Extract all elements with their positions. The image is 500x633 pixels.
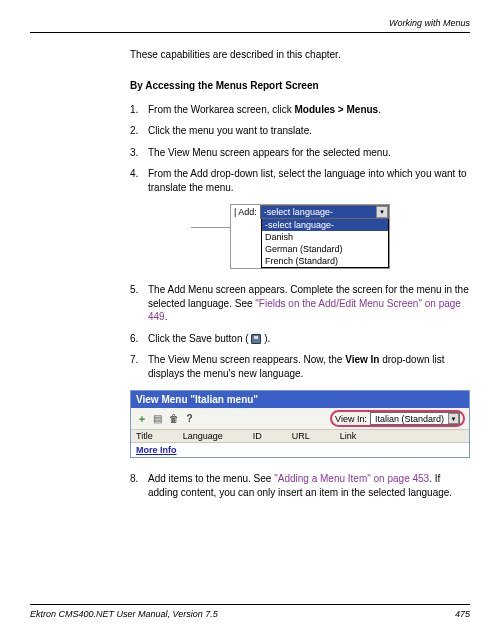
column-header: Link xyxy=(340,431,357,441)
table-row: More Info xyxy=(131,443,469,457)
section-heading: By Accessing the Menus Report Screen xyxy=(130,80,470,91)
window-titlebar: View Menu "Italian menu" xyxy=(131,391,469,408)
view-in-value: Italian (Standard) xyxy=(371,414,448,424)
step-number: 7. xyxy=(130,353,148,380)
step-number: 8. xyxy=(130,472,148,499)
figure-add-language-dropdown: | Add: -select language- ▼ -select langu… xyxy=(230,204,390,269)
help-icon[interactable]: ? xyxy=(183,412,196,425)
step-body: The View Menu screen reappears. Now, the… xyxy=(148,353,470,380)
view-in-label: View In: xyxy=(335,414,367,424)
step-body: The View Menu screen appears for the sel… xyxy=(148,146,470,160)
step-body: Add items to the menu. See "Adding a Men… xyxy=(148,472,470,499)
page-footer: Ektron CMS400.NET User Manual, Version 7… xyxy=(30,609,470,619)
step-7: 7. The View Menu screen reappears. Now, … xyxy=(130,353,470,380)
step-8: 8. Add items to the menu. See "Adding a … xyxy=(130,472,470,499)
step-number: 6. xyxy=(130,332,148,346)
header-rule xyxy=(30,32,470,33)
step-number: 4. xyxy=(130,167,148,194)
text: The View Menu screen reappears. Now, the xyxy=(148,354,345,365)
view-in-select[interactable]: Italian (Standard) ▼ xyxy=(370,412,460,425)
step-body: Click the Save button ( ). xyxy=(148,332,470,346)
text: . xyxy=(165,311,168,322)
language-options-list: -select language- Danish German (Standar… xyxy=(261,218,389,268)
text: . xyxy=(378,104,381,115)
add-label: | Add: xyxy=(231,205,260,219)
page-section-header: Working with Menus xyxy=(389,18,470,28)
language-option[interactable]: -select language- xyxy=(262,219,388,231)
cross-reference-link[interactable]: "Adding a Menu Item" on page 453 xyxy=(274,473,429,484)
footer-rule xyxy=(30,604,470,605)
main-content: These capabilities are described in this… xyxy=(130,48,470,507)
figure-connector-line xyxy=(191,227,231,228)
step-number: 1. xyxy=(130,103,148,117)
view-in-highlight: View In: Italian (Standard) ▼ xyxy=(330,410,465,427)
intro-paragraph: These capabilities are described in this… xyxy=(130,48,470,62)
step-body: From the Workarea screen, click Modules … xyxy=(148,103,470,117)
delete-icon[interactable]: 🗑 xyxy=(167,412,180,425)
step-1: 1. From the Workarea screen, click Modul… xyxy=(130,103,470,117)
column-header: Title xyxy=(136,431,153,441)
save-icon xyxy=(251,334,261,344)
step-body: From the Add drop-down list, select the … xyxy=(148,167,470,194)
footer-manual-title: Ektron CMS400.NET User Manual, Version 7… xyxy=(30,609,218,619)
table-header-row: Title Language ID URL Link xyxy=(131,430,469,443)
column-header: URL xyxy=(292,431,310,441)
step-number: 3. xyxy=(130,146,148,160)
add-icon[interactable]: ＋ xyxy=(135,412,148,425)
chevron-down-icon[interactable]: ▼ xyxy=(448,413,459,424)
step-4: 4. From the Add drop-down list, select t… xyxy=(130,167,470,194)
step-3: 3. The View Menu screen appears for the … xyxy=(130,146,470,160)
document-icon[interactable]: ▤ xyxy=(151,412,164,425)
footer-page-number: 475 xyxy=(455,609,470,619)
step-number: 2. xyxy=(130,124,148,138)
step-body: Click the menu you want to translate. xyxy=(148,124,470,138)
menu-path: Modules > Menus xyxy=(295,104,379,115)
text: From the Workarea screen, click xyxy=(148,104,295,115)
language-select[interactable]: -select language- ▼ xyxy=(260,205,389,219)
language-option[interactable]: German (Standard) xyxy=(262,243,388,255)
step-5: 5. The Add Menu screen appears. Complete… xyxy=(130,283,470,324)
dropdown-row: | Add: -select language- ▼ xyxy=(231,205,389,219)
step-2: 2. Click the menu you want to translate. xyxy=(130,124,470,138)
text: ). xyxy=(261,333,270,344)
step-number: 5. xyxy=(130,283,148,324)
text: Click the Save button ( xyxy=(148,333,251,344)
step-6: 6. Click the Save button ( ). xyxy=(130,332,470,346)
step-body: The Add Menu screen appears. Complete th… xyxy=(148,283,470,324)
language-option[interactable]: Danish xyxy=(262,231,388,243)
toolbar: ＋ ▤ 🗑 ? View In: Italian (Standard) ▼ xyxy=(131,408,469,430)
column-header: Language xyxy=(183,431,223,441)
text: Add items to the menu. See xyxy=(148,473,274,484)
chevron-down-icon[interactable]: ▼ xyxy=(376,206,388,218)
text-bold: View In xyxy=(345,354,379,365)
language-select-value: -select language- xyxy=(261,206,376,218)
column-header: ID xyxy=(253,431,262,441)
figure-view-menu-screen: View Menu "Italian menu" ＋ ▤ 🗑 ? View In… xyxy=(130,390,470,458)
menu-item-link[interactable]: More Info xyxy=(136,445,177,455)
language-option[interactable]: French (Standard) xyxy=(262,255,388,267)
